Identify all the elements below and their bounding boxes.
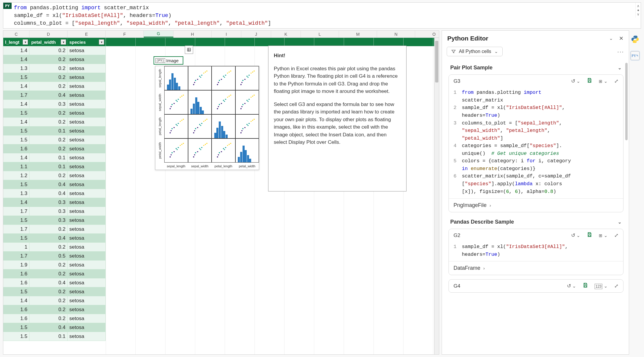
- table-cell[interactable]: 0.2: [29, 73, 68, 82]
- table-cell[interactable]: 0.1: [29, 153, 68, 162]
- table-cell[interactable]: 1.6: [3, 314, 29, 323]
- table-cell[interactable]: 0.3: [29, 198, 68, 207]
- table-cell[interactable]: 1.5: [3, 109, 29, 118]
- output-mode-icon[interactable]: ⊞ ⌄: [599, 78, 608, 84]
- insert-data-icon[interactable]: [185, 46, 193, 54]
- filter-header[interactable]: petal_width▾: [29, 38, 68, 46]
- col-header-N[interactable]: N: [377, 31, 415, 38]
- table-cell[interactable]: 1.4: [3, 118, 29, 127]
- table-cell[interactable]: setosa: [68, 162, 106, 171]
- col-header-J[interactable]: J: [241, 31, 271, 38]
- chevron-down-icon[interactable]: ⌄: [618, 219, 622, 225]
- cell-reference[interactable]: G4: [454, 283, 460, 289]
- table-cell[interactable]: 1.5: [3, 73, 29, 82]
- table-cell[interactable]: 1.6: [3, 305, 29, 314]
- table-row[interactable]: 1.90.2setosa: [3, 261, 439, 269]
- table-cell[interactable]: 1.7: [3, 225, 29, 234]
- expand-icon[interactable]: ⤢: [614, 283, 618, 289]
- col-header-L[interactable]: L: [301, 31, 339, 38]
- table-cell[interactable]: 0.2: [29, 225, 68, 234]
- table-cell[interactable]: 1.4: [3, 198, 29, 207]
- table-cell[interactable]: 1.5: [3, 216, 29, 225]
- table-row[interactable]: 1.70.2setosa: [3, 225, 439, 234]
- table-cell[interactable]: 1.7: [3, 252, 29, 261]
- table-cell[interactable]: 0.2: [29, 135, 68, 144]
- vertical-scrollbar[interactable]: [434, 38, 439, 354]
- card-output-type[interactable]: PngImageFile›: [449, 198, 623, 212]
- table-row[interactable]: 1.50.1setosa: [3, 332, 439, 341]
- cell-filter-dropdown[interactable]: All Python cells ⌄: [447, 47, 503, 56]
- table-cell[interactable]: 0.2: [29, 287, 68, 296]
- table-cell[interactable]: 0.2: [29, 46, 68, 55]
- col-header-C[interactable]: C: [3, 31, 29, 38]
- table-cell[interactable]: 0.2: [29, 269, 68, 278]
- spreadsheet-grid[interactable]: CDEFGHIJKLMNO l_lengt▾petal_width▾specie…: [3, 30, 439, 355]
- scroll-up-icon[interactable]: ∧: [637, 4, 640, 8]
- table-cell[interactable]: 0.4: [29, 189, 68, 198]
- formula-bar[interactable]: PY from pandas.plotting import scatter_m…: [3, 2, 641, 29]
- table-cell[interactable]: 0.1: [29, 332, 68, 341]
- table-cell[interactable]: 0.2: [29, 82, 68, 91]
- table-cell[interactable]: setosa: [68, 225, 106, 234]
- table-cell[interactable]: setosa: [68, 252, 106, 261]
- table-cell[interactable]: 1.4: [3, 100, 29, 109]
- table-cell[interactable]: 0.4: [29, 234, 68, 243]
- table-cell[interactable]: setosa: [68, 153, 106, 162]
- table-cell[interactable]: setosa: [68, 91, 106, 100]
- table-cell[interactable]: setosa: [68, 198, 106, 207]
- close-icon[interactable]: ✕: [619, 35, 623, 42]
- table-row[interactable]: 1.70.3setosa: [3, 207, 439, 216]
- code-block[interactable]: 1 sample_df = xl("IrisDataSet3[#All]", h…: [449, 242, 623, 261]
- table-cell[interactable]: 0.2: [29, 64, 68, 73]
- table-cell[interactable]: 1.4: [3, 82, 29, 91]
- table-cell[interactable]: 0.3: [29, 100, 68, 109]
- table-cell[interactable]: 0.5: [29, 252, 68, 261]
- table-cell[interactable]: setosa: [68, 64, 106, 73]
- col-header-E[interactable]: E: [68, 31, 106, 38]
- section-header[interactable]: Pair Plot Sample⌄: [448, 62, 623, 73]
- section-header[interactable]: Pandas Describe Sample⌄: [448, 216, 623, 227]
- table-cell[interactable]: setosa: [68, 332, 106, 341]
- filter-dropdown-icon[interactable]: ▾: [61, 39, 66, 45]
- table-cell[interactable]: setosa: [68, 296, 106, 305]
- table-cell[interactable]: 1.4: [3, 46, 29, 55]
- expand-icon[interactable]: ⤢: [614, 232, 618, 238]
- table-cell[interactable]: setosa: [68, 144, 106, 153]
- table-cell[interactable]: 1.3: [3, 64, 29, 73]
- table-cell[interactable]: 1.2: [3, 171, 29, 180]
- table-cell[interactable]: setosa: [68, 243, 106, 252]
- undo-icon[interactable]: ↺ ⌄: [567, 283, 576, 289]
- table-cell[interactable]: setosa: [68, 234, 106, 243]
- table-cell[interactable]: 0.3: [29, 216, 68, 225]
- table-cell[interactable]: 0.2: [29, 144, 68, 153]
- save-icon[interactable]: [587, 78, 592, 85]
- table-cell[interactable]: 0.2: [29, 55, 68, 64]
- table-cell[interactable]: setosa: [68, 46, 106, 55]
- formula-bar-scroll[interactable]: ∧ ● ∨: [635, 3, 641, 18]
- table-cell[interactable]: 0.4: [29, 278, 68, 287]
- table-cell[interactable]: 1.6: [3, 269, 29, 278]
- table-cell[interactable]: setosa: [68, 118, 106, 127]
- table-cell[interactable]: 1.3: [3, 189, 29, 198]
- table-row[interactable]: 1.50.2setosa: [3, 287, 439, 296]
- table-row[interactable]: 1.40.2setosa: [3, 296, 439, 305]
- save-icon[interactable]: [587, 232, 592, 239]
- table-cell[interactable]: 0.1: [29, 162, 68, 171]
- col-header-F[interactable]: F: [106, 31, 144, 38]
- undo-icon[interactable]: ↺ ⌄: [571, 78, 581, 84]
- output-mode-icon[interactable]: 123 ⌄: [595, 283, 608, 289]
- table-cell[interactable]: 1.4: [3, 153, 29, 162]
- table-cell[interactable]: 0.4: [29, 323, 68, 332]
- table-cell[interactable]: setosa: [68, 73, 106, 82]
- table-cell[interactable]: 1.5: [3, 323, 29, 332]
- filter-header[interactable]: species▾: [68, 38, 106, 46]
- table-cell[interactable]: 0.2: [29, 305, 68, 314]
- code-lines[interactable]: sample_df = xl("IrisDataSet3[#All]", hea…: [462, 243, 618, 258]
- col-header-M[interactable]: M: [339, 31, 377, 38]
- save-icon[interactable]: [583, 283, 588, 289]
- table-cell[interactable]: 0.4: [29, 91, 68, 100]
- table-cell[interactable]: 0.1: [29, 127, 68, 135]
- table-cell[interactable]: setosa: [68, 305, 106, 314]
- table-cell[interactable]: 1.9: [3, 261, 29, 269]
- col-header-G[interactable]: G: [144, 31, 173, 38]
